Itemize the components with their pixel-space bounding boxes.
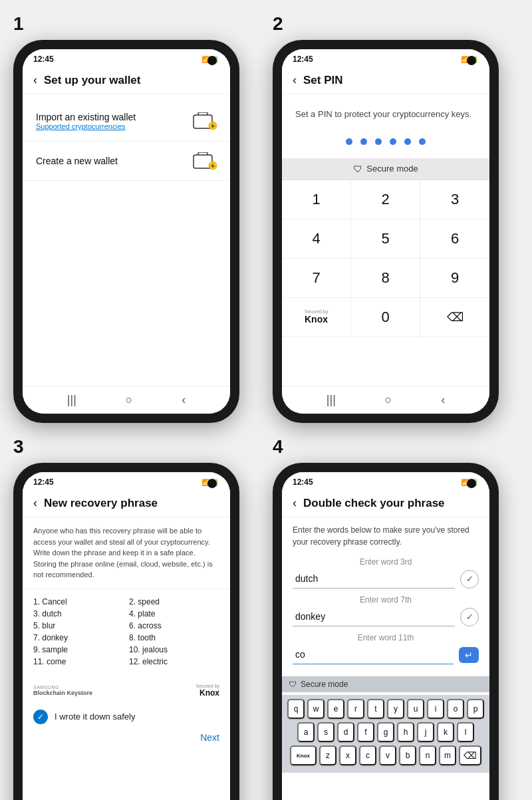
word-entry-label-11th: Enter word 11th: [293, 633, 479, 642]
status-bar-3: 12:45 📶 🔋: [23, 472, 230, 489]
phrase-7: 7. donkey: [33, 633, 124, 642]
back-arrow-4[interactable]: ‹: [293, 496, 297, 510]
kb-g[interactable]: g: [377, 722, 394, 742]
camera-dot-4: [467, 479, 476, 488]
kb-y[interactable]: y: [387, 699, 404, 719]
pin-description: Set a PIN to protect your cryptocurrency…: [282, 94, 489, 128]
kb-i[interactable]: i: [427, 699, 444, 719]
kb-n[interactable]: n: [419, 745, 436, 765]
numpad-7[interactable]: 7: [282, 259, 351, 298]
word-entry-row-7th: ✓: [293, 607, 479, 626]
nav-recents-2[interactable]: |||: [327, 393, 336, 407]
kb-v[interactable]: v: [379, 745, 396, 765]
pin-dot-6: [419, 138, 426, 145]
nav-home-1[interactable]: ○: [126, 393, 133, 407]
nav-title-1: Set up your wallet: [44, 74, 140, 87]
numpad-1[interactable]: 1: [282, 180, 351, 219]
kb-b[interactable]: b: [399, 745, 416, 765]
kb-h[interactable]: h: [397, 722, 414, 742]
camera-dot-1: [207, 56, 217, 65]
kb-x[interactable]: x: [339, 745, 356, 765]
numpad-knox[interactable]: Secured by Knox: [282, 298, 351, 337]
word-entry-11th: Enter word 11th ↵: [282, 633, 489, 671]
kb-p[interactable]: p: [467, 699, 484, 719]
kb-d[interactable]: d: [337, 722, 354, 742]
secure-mode-label-kb: Secure mode: [301, 680, 348, 689]
word-input-3rd[interactable]: [293, 569, 455, 589]
samsung-text: SAMSUNG: [33, 685, 92, 690]
kb-l[interactable]: l: [457, 722, 474, 742]
status-time-2: 12:45: [293, 55, 313, 64]
double-check-desc: Enter the words below to make sure you'v…: [282, 517, 489, 557]
create-wallet-option[interactable]: Create a new wallet +: [23, 142, 230, 181]
phrase-2: 2. speed: [129, 597, 219, 606]
nav-back-2[interactable]: ‹: [441, 393, 445, 407]
secure-mode-bar-kb: 🛡 Secure mode: [282, 676, 489, 692]
recovery-description: Anyone who has this recovery phrase will…: [23, 517, 230, 589]
back-arrow-1[interactable]: ‹: [33, 73, 37, 87]
kb-s[interactable]: s: [317, 722, 334, 742]
pin-dot-4: [390, 138, 396, 145]
nav-recents-1[interactable]: |||: [67, 393, 76, 407]
import-wallet-option[interactable]: Import an existing wallet Supported cryp…: [23, 101, 230, 142]
numpad-0[interactable]: 0: [351, 298, 420, 337]
kb-t[interactable]: t: [367, 699, 384, 719]
kb-q[interactable]: q: [287, 699, 305, 719]
kb-k[interactable]: k: [437, 722, 454, 742]
kb-c[interactable]: c: [359, 745, 376, 765]
back-arrow-3[interactable]: ‹: [33, 496, 37, 510]
kb-row-3: Knox z x c v b n m ⌫: [285, 745, 487, 765]
checkbox-icon[interactable]: ✓: [33, 710, 48, 724]
camera-dot-3: [207, 479, 217, 488]
kb-m[interactable]: m: [439, 745, 456, 765]
kb-j[interactable]: j: [417, 722, 434, 742]
cell-1: 1 12:45 📶 🔋 ‹ Set up your wallet: [13, 13, 259, 423]
status-time-4: 12:45: [293, 477, 313, 487]
kb-w[interactable]: w: [307, 699, 325, 719]
secure-mode-label-2: Secure mode: [366, 164, 418, 174]
word-input-11th[interactable]: [293, 645, 454, 664]
kb-a[interactable]: a: [297, 722, 315, 742]
phone-4: 12:45 📶 🔋 ‹ Double check your phrase Ent…: [273, 463, 499, 800]
checkbox-row[interactable]: ✓ I wrote it down safely: [23, 704, 230, 730]
knox-secured: Secured by Knox: [196, 684, 219, 698]
phrase-10: 10. jealous: [129, 645, 219, 654]
pin-dot-5: [404, 138, 411, 145]
numpad-3[interactable]: 3: [420, 180, 489, 219]
enter-badge-11th[interactable]: ↵: [459, 647, 479, 663]
import-wallet-sub[interactable]: Supported cryptocurrencies: [36, 122, 136, 130]
step-number-1: 1: [13, 13, 24, 35]
nav-back-1[interactable]: ‹: [182, 393, 186, 407]
numpad-8[interactable]: 8: [351, 259, 420, 298]
step-number-3: 3: [13, 436, 24, 458]
top-nav-2: ‹ Set PIN: [282, 67, 489, 94]
nav-home-2[interactable]: ○: [385, 393, 392, 407]
kb-o[interactable]: o: [447, 699, 464, 719]
nav-title-4: Double check your phrase: [303, 497, 445, 510]
numpad-2[interactable]: 2: [351, 180, 420, 219]
status-time-1: 12:45: [33, 55, 54, 64]
kb-e[interactable]: e: [327, 699, 344, 719]
kb-z[interactable]: z: [319, 745, 336, 765]
kb-del[interactable]: ⌫: [459, 745, 481, 765]
create-wallet-title: Create a new wallet: [36, 156, 118, 166]
phone-1: 12:45 📶 🔋 ‹ Set up your wallet Import an…: [13, 40, 239, 423]
kb-r[interactable]: r: [347, 699, 364, 719]
keyboard-area: q w e r t y u i o p: [282, 695, 489, 773]
back-arrow-2[interactable]: ‹: [293, 73, 297, 87]
top-nav-4: ‹ Double check your phrase: [282, 489, 489, 517]
numpad-9[interactable]: 9: [420, 259, 489, 298]
word-input-7th[interactable]: [293, 607, 455, 626]
numpad-del[interactable]: ⌫: [420, 298, 489, 337]
screen-1: ‹ Set up your wallet Import an existing …: [23, 67, 230, 386]
next-button[interactable]: Next: [200, 732, 219, 743]
numpad: 1 2 3 4 5 6 7 8 9 Secured by Knox 0: [282, 180, 489, 337]
knox-secured-label: Secured by: [196, 684, 219, 688]
numpad-6[interactable]: 6: [420, 219, 489, 259]
nav-title-2: Set PIN: [303, 74, 343, 87]
kb-u[interactable]: u: [407, 699, 424, 719]
kb-knox[interactable]: Knox: [290, 745, 317, 765]
numpad-4[interactable]: 4: [282, 219, 351, 259]
kb-f[interactable]: f: [357, 722, 374, 742]
numpad-5[interactable]: 5: [351, 219, 420, 259]
